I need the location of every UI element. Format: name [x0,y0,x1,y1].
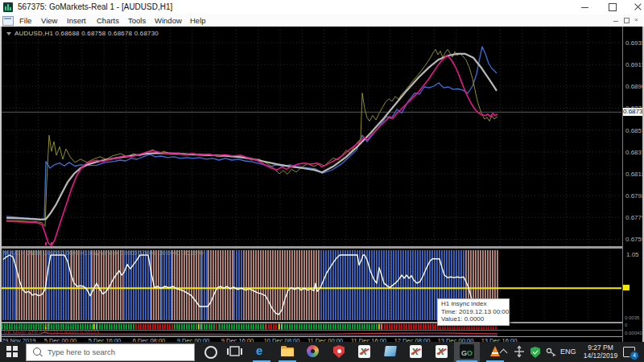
language-indicator[interactable]: ENG [560,348,576,356]
start-button[interactable] [6,346,18,357]
mini-scale-label: 0.00043 [625,331,642,335]
excel-button-1[interactable]: X [353,342,377,362]
excel-icon: X [410,345,422,358]
series-gray_ma [6,54,497,220]
excel-icon: X [358,345,370,358]
maximize-button[interactable] [601,0,625,14]
notes-icon [384,346,397,356]
paint-icon [307,345,319,357]
tooltip-value: Value1: 0.0000 [441,315,506,323]
insync-scale-label: 1.05 [626,251,639,258]
menu-window[interactable]: Window [155,16,182,25]
one-click-arrow-icon[interactable] [6,32,11,35]
cortana-button[interactable] [198,342,222,362]
menu-tools[interactable]: Tools [128,16,146,25]
notes-button[interactable] [378,342,402,362]
price-axis-label: 0.69350 [625,39,644,47]
child-restore-icon[interactable] [624,18,630,23]
indicator-tooltip: H1 insync index Time: 2019.12.13 00:00 V… [437,298,510,326]
price-axis-label: 0.69155 [625,61,644,68]
notification-badge: 4 [630,351,639,360]
price-axis-label: 0.67790 [625,214,644,221]
insync-indicator-panel[interactable] [0,249,621,322]
taskbar: Type here to search e X X X GO ENG 9:27 … [0,342,644,362]
menu-charts[interactable]: Charts [97,16,119,25]
child-minimize-icon[interactable] [613,21,618,22]
atr-panel-label: JcK Magic ATR 0.00123 0.00000 0.00123 [2,330,99,335]
paint-button[interactable] [301,342,325,362]
gomarkets-mt4-button-active[interactable]: GO [454,342,480,362]
window-title: 567375: GoMarkets-Real 1 - [AUDUSD,H1] [18,2,172,11]
price-axis-label: 0.67985 [625,192,644,200]
menu-insert[interactable]: Insert [67,16,86,25]
clock-date: 14/12/2019 [581,352,620,360]
tooltip-title: H1 insync index [441,300,506,308]
menu-view[interactable]: View [41,16,57,25]
excel-button-3[interactable]: X [430,342,454,362]
price-axis-label: 0.67595 [625,236,644,243]
menu-file[interactable]: File [19,16,31,25]
tma-hash-panel[interactable] [0,323,621,330]
mini-scale-label: 0.0035 [625,315,639,320]
taskbar-search[interactable]: Type here to search [26,343,195,361]
key-tray-button[interactable] [545,342,558,362]
edge-icon: e [256,343,262,357]
series-yellow_line [6,49,497,226]
window-border [0,27,2,342]
menu-help[interactable]: Help [190,16,206,25]
minimize-button[interactable] [573,0,597,14]
menu-bar: File View Insert Charts Tools Window Hel… [0,14,644,27]
chart-workspace[interactable]: AUDUSD,H1 0.68688 0.68758 0.68678 0.6873… [0,27,644,342]
price-axis[interactable]: 0.68730 1.05 0.693500.691550.689600.6876… [622,27,644,342]
price-chart[interactable] [0,27,621,246]
cortana-icon [204,346,217,359]
series-magenta_line [6,56,497,245]
close-button[interactable] [626,0,644,14]
child-close-icon[interactable]: × [634,17,638,23]
mt4-app-icon [3,2,13,12]
tooltip-time: Time: 2019.12.13 00:00 [441,308,506,316]
price-axis-label: 0.68960 [625,83,644,90]
green-shield-icon [530,347,540,358]
chart-window-icon[interactable] [2,16,14,26]
price-axis-label: 0.68180 [625,171,644,178]
task-view-button[interactable] [224,342,248,362]
threshold-axis-marker [623,285,630,290]
price-axis-label: 0.68570 [625,127,644,134]
edge-button[interactable]: e [250,342,274,362]
mini-scale-label: 0 [625,323,627,327]
tray-expand-button[interactable] [497,342,510,362]
window-titlebar[interactable]: 567375: GoMarkets-Real 1 - [AUDUSD,H1] [0,0,644,15]
taskbar-clock[interactable]: 9:27 PM 14/12/2019 [581,344,620,360]
tray-app-button[interactable] [513,342,526,362]
price-axis-label: 0.68765 [625,105,644,112]
arrow-object [51,242,52,245]
task-view-icon [224,342,248,362]
excel-button-2[interactable]: X [404,342,428,362]
symbol-ohlc-readout: AUDUSD,H1 0.68688 0.68758 0.68678 0.6873… [6,30,159,37]
security-tray-button[interactable] [529,342,542,362]
chevron-up-icon [500,349,508,357]
key-icon [545,342,558,362]
arrow-object [45,242,47,245]
desktop: 567375: GoMarkets-Real 1 - [AUDUSD,H1] F… [0,0,644,362]
indicator-header-text: M.A.C.H 2NBB 1.0000 0.0000 H1 insyncinde… [3,250,204,256]
red-shield-icon [333,345,345,358]
move-arrows-icon [513,342,526,362]
action-center-button[interactable]: 4 [620,342,641,362]
file-explorer-button[interactable] [275,342,299,362]
antivirus-button[interactable] [327,342,351,362]
gomarkets-icon: GO [460,344,474,359]
search-placeholder: Type here to search [47,348,115,356]
search-icon [33,348,41,356]
tma-panel-label: H1 TMA Hash MA4.2 P1 1.0000 [2,323,76,328]
excel-icon: X [436,345,448,358]
price-axis-label: 0.68375 [625,149,644,156]
